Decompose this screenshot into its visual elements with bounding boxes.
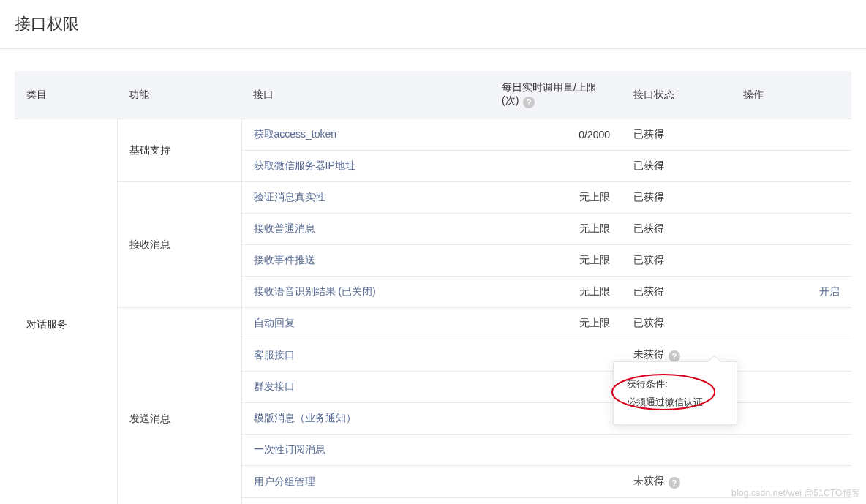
cell-usage: [490, 403, 622, 435]
table-header-row: 类目 功能 接口 每日实时调用量/上限(次) ? 接口状态 操作: [15, 71, 851, 119]
cell-op: [731, 214, 851, 245]
cell-status: 已获得: [622, 277, 731, 308]
col-op: 操作: [731, 71, 851, 119]
cell-usage: [490, 498, 622, 505]
cell-function: 基础支持: [117, 119, 241, 182]
cell-usage: 无上限: [490, 182, 622, 214]
col-api: 接口: [241, 71, 490, 119]
help-icon[interactable]: ?: [523, 97, 535, 108]
cell-api: 一次性订阅消息: [241, 435, 490, 466]
cell-op: [731, 119, 851, 151]
cell-usage: 无上限: [490, 308, 622, 339]
cell-op: [731, 435, 851, 466]
cell-op: [731, 339, 851, 372]
cell-usage: 无上限: [490, 277, 622, 308]
cell-usage: 无上限: [490, 214, 622, 245]
cell-api: 客服接口: [241, 339, 490, 372]
cell-status: 已获得: [622, 214, 731, 245]
table-row: 对话服务基础支持获取access_token0/2000已获得: [15, 119, 851, 151]
cell-usage: [490, 339, 622, 372]
status-text: 已获得: [633, 285, 664, 297]
cell-usage: 无上限: [490, 245, 622, 277]
status-text: 已获得: [633, 254, 664, 266]
cell-api: 验证消息真实性: [241, 182, 490, 214]
status-text: 已获得: [633, 159, 664, 171]
watermark-text: blog.csdn.net/wei @51CTO博客: [731, 487, 860, 500]
status-text: 已获得: [633, 128, 664, 140]
page-title: 接口权限: [0, 0, 866, 49]
cell-op: 开启: [731, 277, 851, 308]
cell-status: 已获得: [622, 182, 731, 214]
api-link[interactable]: 获取access_token: [254, 128, 337, 140]
cell-op: [731, 308, 851, 339]
col-category: 类目: [15, 71, 117, 119]
cell-usage: [490, 372, 622, 403]
cell-status: 已获得: [622, 151, 731, 182]
cell-api: 设置用户备注名: [241, 498, 490, 505]
cell-api: 获取access_token: [241, 119, 490, 151]
content-area: 类目 功能 接口 每日实时调用量/上限(次) ? 接口状态 操作 对话服务基础支…: [0, 49, 866, 504]
cell-usage: [490, 151, 622, 182]
table-row: 接收消息验证消息真实性无上限已获得: [15, 182, 851, 214]
cell-api: 接收事件推送: [241, 245, 490, 277]
status-tooltip: 获得条件: 必须通过微信认证: [613, 361, 737, 425]
api-link[interactable]: 自动回复: [254, 317, 295, 328]
status-text: 已获得: [633, 317, 664, 328]
status-text: 未获得: [633, 348, 664, 360]
cell-api: 获取微信服务器IP地址: [241, 151, 490, 182]
api-link[interactable]: 接收事件推送: [254, 254, 315, 266]
status-text: 未获得: [633, 475, 664, 486]
op-link[interactable]: 开启: [819, 285, 840, 297]
permission-table: 类目 功能 接口 每日实时调用量/上限(次) ? 接口状态 操作 对话服务基础支…: [15, 71, 851, 504]
cell-status: [622, 435, 731, 466]
api-link[interactable]: 接收语音识别结果 (已关闭): [254, 285, 376, 297]
cell-api: 用户分组管理: [241, 466, 490, 498]
cell-usage: 0/2000: [490, 119, 622, 151]
status-text: 已获得: [633, 191, 664, 203]
api-link[interactable]: 用户分组管理: [254, 475, 315, 487]
cell-api: 接收语音识别结果 (已关闭): [241, 277, 490, 308]
cell-status: 已获得: [622, 119, 731, 151]
col-status: 接口状态: [622, 71, 731, 119]
cell-api: 接收普通消息: [241, 214, 490, 245]
cell-status: 未获得 ?: [622, 466, 731, 498]
table-row: 发送消息自动回复无上限已获得: [15, 308, 851, 339]
cell-function: 接收消息: [117, 182, 241, 308]
cell-op: [731, 372, 851, 403]
cell-op: [731, 403, 851, 435]
cell-api: 模版消息（业务通知）: [241, 403, 490, 435]
api-link[interactable]: 验证消息真实性: [254, 191, 325, 203]
cell-api: 群发接口: [241, 372, 490, 403]
cell-status: 已获得: [622, 308, 731, 339]
col-function: 功能: [117, 71, 241, 119]
cell-op: [731, 245, 851, 277]
status-text: 已获得: [633, 222, 664, 234]
help-icon[interactable]: ?: [669, 477, 680, 489]
help-icon[interactable]: ?: [669, 350, 680, 362]
cell-op: [731, 151, 851, 182]
api-link[interactable]: 接收普通消息: [254, 222, 315, 234]
col-usage-label: 每日实时调用量/上限(次): [502, 81, 597, 106]
api-link[interactable]: 客服接口: [254, 349, 295, 361]
cell-usage: [490, 435, 622, 466]
cell-function: 发送消息: [117, 308, 241, 505]
tooltip-body: 必须通过微信认证: [627, 394, 723, 412]
cell-usage: [490, 466, 622, 498]
tooltip-title: 获得条件:: [627, 375, 723, 394]
api-link[interactable]: 群发接口: [254, 380, 295, 392]
cell-api: 自动回复: [241, 308, 490, 339]
api-link[interactable]: 模版消息（业务通知）: [254, 412, 356, 424]
cell-category: 对话服务: [15, 119, 117, 505]
api-link[interactable]: 获取微信服务器IP地址: [254, 159, 355, 171]
cell-status: 未获得 ?: [622, 498, 731, 505]
cell-status: 已获得: [622, 245, 731, 277]
col-usage: 每日实时调用量/上限(次) ?: [490, 71, 622, 119]
api-link[interactable]: 一次性订阅消息: [254, 443, 325, 455]
cell-op: [731, 182, 851, 214]
